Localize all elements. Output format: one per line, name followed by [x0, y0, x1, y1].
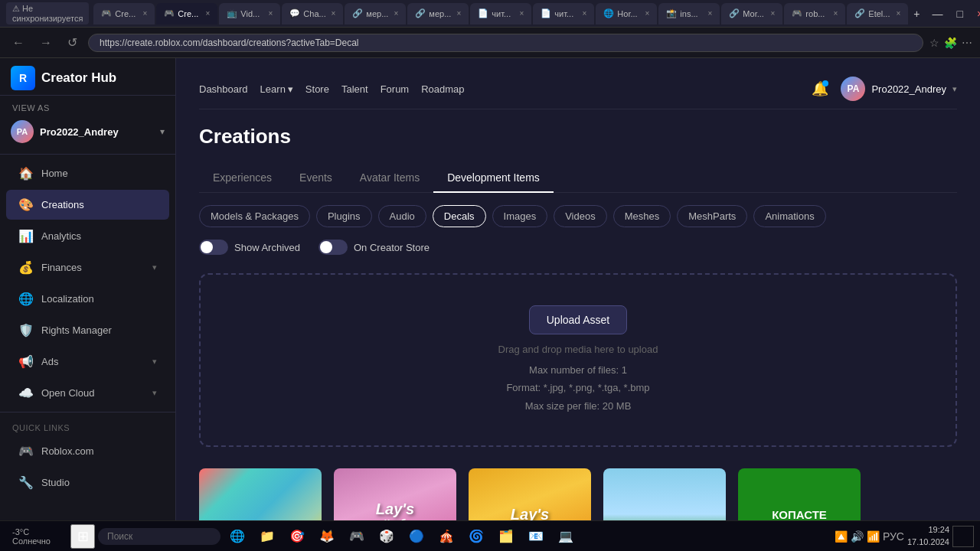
show-archived-knob — [201, 241, 213, 253]
browser-tab-3[interactable]: 📺Vid...× — [219, 3, 280, 24]
sidebar-item-rights-manager[interactable]: 🛡️ Rights Manager — [6, 315, 169, 345]
taskbar-app-laptop[interactable]: 💻 — [552, 523, 580, 550]
browser-tab-2[interactable]: 🎮Cre...× — [156, 3, 217, 24]
taskbar-app-task4[interactable]: 🌀 — [462, 523, 490, 550]
minimize-button[interactable]: — — [929, 6, 947, 21]
sidebar-item-creations[interactable]: 🎨 Creations — [6, 190, 169, 220]
start-button[interactable]: ⊞ — [70, 524, 95, 549]
topnav-dashboard[interactable]: Dashboard — [199, 83, 248, 95]
filter-animations[interactable]: Animations — [753, 205, 825, 227]
taskbar-app-task3[interactable]: 🎪 — [433, 523, 460, 550]
tray-icon-2[interactable]: 🔊 — [851, 530, 864, 543]
upload-asset-button[interactable]: Upload Asset — [529, 305, 628, 334]
filter-images[interactable]: Images — [492, 205, 548, 227]
sidebar-item-ads[interactable]: 📢 Ads ▾ — [6, 347, 169, 377]
filter-models[interactable]: Models & Packages — [199, 205, 310, 227]
taskbar-datetime[interactable]: 19:24 17.10.2024 — [907, 524, 949, 548]
tab-development-items[interactable]: Development Items — [433, 164, 554, 193]
taskbar-app-browser[interactable]: 🦊 — [313, 523, 341, 550]
sidebar-item-roblox-com[interactable]: 🎮 Roblox.com — [6, 436, 169, 466]
topnav-forum[interactable]: Forum — [381, 83, 410, 95]
taskbar-app-edge[interactable]: 🌐 — [224, 523, 251, 550]
bookmark-icon[interactable]: ☆ — [929, 37, 939, 49]
asset-card-3[interactable]: Lay's — [469, 468, 591, 520]
sidebar-item-analytics[interactable]: 📊 Analytics — [6, 221, 169, 251]
open-cloud-icon: ☁️ — [18, 386, 34, 400]
new-tab-button[interactable]: + — [910, 6, 923, 21]
taskbar-app-task2[interactable]: 🔵 — [403, 523, 430, 550]
tray-icon-lang[interactable]: РУС — [883, 530, 904, 543]
filter-plugins[interactable]: Plugins — [316, 205, 372, 227]
browser-tab-8[interactable]: 📄чит...× — [533, 3, 594, 24]
topnav-talent[interactable]: Talent — [341, 83, 368, 95]
browser-tab-4[interactable]: 💬Cha...× — [282, 3, 343, 24]
filter-pills: Models & Packages Plugins Audio Decals I… — [199, 205, 957, 227]
browser-tab-12[interactable]: 🎮rob...× — [784, 3, 845, 24]
lays-pink-subtext: Краб — [384, 518, 407, 520]
tray-icon-3[interactable]: 📶 — [867, 530, 880, 543]
more-icon[interactable]: ⋯ — [962, 37, 972, 49]
sidebar-item-localization[interactable]: 🌐 Localization — [6, 284, 169, 314]
sidebar-item-open-cloud[interactable]: ☁️ Open Cloud ▾ — [6, 378, 169, 408]
asset-card-2[interactable]: Lay's Краб — [334, 468, 456, 520]
taskbar-app-mail[interactable]: 📧 — [522, 523, 550, 550]
show-desktop-button[interactable] — [952, 526, 974, 547]
browser-tab-6[interactable]: 🔗мер...× — [407, 3, 469, 24]
asset-card-1[interactable] — [199, 468, 322, 520]
on-creator-store-toggle[interactable] — [318, 240, 348, 255]
tray-icon-1[interactable]: 🔼 — [835, 530, 848, 543]
user-selector-arrow-icon: ▾ — [160, 126, 165, 137]
sidebar-item-roblox-com-label: Roblox.com — [41, 445, 94, 457]
sidebar-item-rights-manager-label: Rights Manager — [41, 324, 112, 336]
taskbar-app-explorer[interactable]: 📁 — [253, 523, 281, 550]
user-dropdown-icon: ▾ — [952, 84, 957, 94]
app-content: R Creator Hub View As PA Pro2022_Andrey … — [0, 58, 980, 520]
browser-tab-7[interactable]: 📄чит...× — [470, 3, 531, 24]
on-creator-store-toggle-group: On Creator Store — [318, 240, 430, 255]
sidebar-item-home[interactable]: 🏠 Home — [6, 158, 169, 188]
tab-avatar-items[interactable]: Avatar Items — [346, 164, 433, 193]
back-button[interactable]: ← — [8, 34, 29, 51]
user-profile[interactable]: PA Pro2022_Andrey ▾ — [841, 77, 957, 101]
browser-tab-10[interactable]: 📸ins...× — [658, 3, 720, 24]
browser-tab-9[interactable]: 🌐Hor...× — [596, 3, 657, 24]
close-button[interactable]: × — [973, 6, 980, 21]
topnav-store[interactable]: Store — [305, 83, 329, 95]
browser-tab-5[interactable]: 🔗мер...× — [345, 3, 406, 24]
filter-audio[interactable]: Audio — [378, 205, 426, 227]
sidebar-item-ads-label: Ads — [41, 356, 58, 367]
sidebar-item-studio[interactable]: 🔧 Studio — [6, 468, 169, 497]
show-archived-toggle[interactable] — [199, 240, 228, 255]
filter-decals[interactable]: Decals — [433, 205, 486, 227]
analytics-icon: 📊 — [18, 229, 34, 243]
filter-meshes[interactable]: Meshes — [613, 205, 671, 227]
topnav-roadmap[interactable]: Roadmap — [421, 83, 464, 95]
asset-card-4[interactable] — [603, 468, 726, 520]
topnav-learn[interactable]: Learn ▾ — [260, 83, 293, 95]
tab-experiences[interactable]: Experiences — [199, 164, 286, 193]
browser-tab-1[interactable]: 🎮Cre...× — [93, 3, 155, 24]
extensions-icon[interactable]: 🧩 — [944, 37, 957, 49]
refresh-button[interactable]: ↺ — [63, 34, 82, 51]
browser-tab-11[interactable]: 🔗Mor...× — [721, 3, 782, 24]
tab-events[interactable]: Events — [286, 164, 346, 193]
finances-icon: 💰 — [18, 260, 34, 275]
filter-videos[interactable]: Videos — [554, 205, 607, 227]
user-selector[interactable]: PA Pro2022_Andrey ▾ — [0, 116, 175, 151]
taskbar-app-task1[interactable]: 🎯 — [283, 523, 311, 550]
sidebar: R Creator Hub View As PA Pro2022_Andrey … — [0, 58, 176, 520]
sidebar-item-finances[interactable]: 💰 Finances ▾ — [6, 253, 169, 282]
taskbar-search-input[interactable] — [98, 528, 220, 545]
browser-tab-13[interactable]: 🔗Etel...× — [847, 3, 908, 24]
forward-button[interactable]: → — [35, 34, 57, 51]
taskbar-app-files[interactable]: 🗂️ — [492, 523, 520, 550]
url-input[interactable] — [88, 34, 923, 52]
filter-meshparts[interactable]: MeshParts — [677, 205, 747, 227]
asset-card-5[interactable]: КОПАСТЕ — [738, 468, 861, 520]
logo-box: R — [11, 66, 35, 90]
taskbar-app-game1[interactable]: 🎮 — [343, 523, 371, 550]
maximize-button[interactable]: □ — [953, 6, 967, 21]
taskbar-app-game2[interactable]: 🎲 — [373, 523, 400, 550]
sidebar-divider-1 — [0, 154, 175, 155]
notification-button[interactable]: 🔔 — [812, 80, 828, 97]
